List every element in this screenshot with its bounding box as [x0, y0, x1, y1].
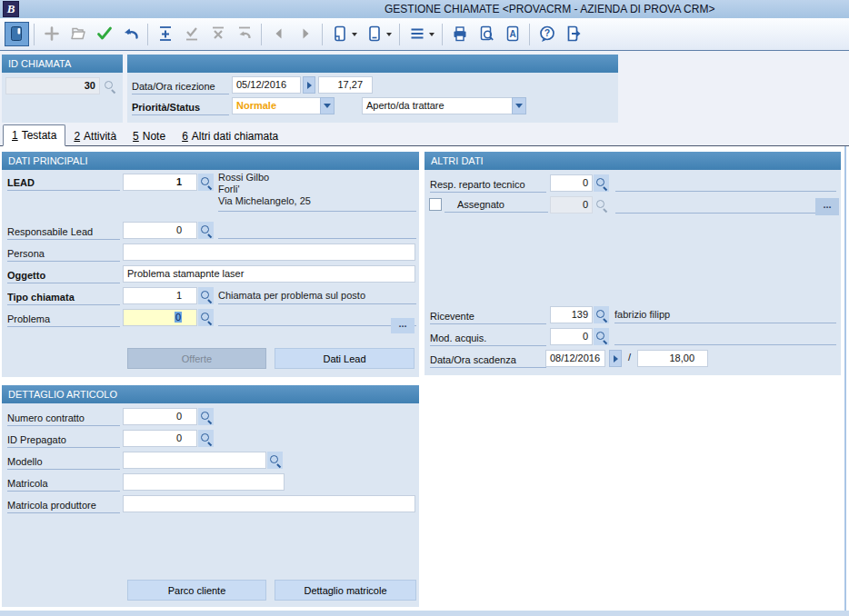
tab-attivita[interactable]: 2Attività	[65, 127, 125, 145]
ora-scadenza-field[interactable]: 18,00	[637, 350, 708, 367]
confirm-record-button[interactable]	[92, 22, 116, 46]
numero-contratto-field[interactable]: 0	[123, 408, 197, 425]
mod-acquis-field[interactable]: 0	[550, 328, 593, 345]
status-select[interactable]: Aperto/da trattare	[362, 97, 513, 114]
ricezione-panel: Data/Ora ricezione 05/12/2016 17,27 Prio…	[127, 55, 618, 123]
tab-accesskey: 6	[182, 130, 188, 143]
form-view-button[interactable]	[5, 22, 29, 46]
tab-note[interactable]: 5Note	[125, 127, 174, 145]
menu-button[interactable]	[405, 22, 437, 46]
problema-lookup-button[interactable]	[198, 309, 214, 326]
right-triangle-icon	[307, 82, 312, 89]
responsabile-lead-lookup-button[interactable]	[198, 222, 214, 239]
matricola-produttore-label: Matricola produttore	[7, 497, 120, 513]
toolbar-separator	[442, 24, 443, 45]
ora-ricezione-field[interactable]: 17,27	[318, 76, 373, 94]
assegnato-lookup-button	[594, 196, 609, 214]
magnifier-icon	[200, 312, 212, 323]
ricezione-header	[127, 55, 618, 73]
toolbar-separator	[261, 24, 262, 45]
next-record-button[interactable]	[293, 22, 317, 46]
assegnato-field: 0	[550, 196, 593, 214]
assegnato-more-button[interactable]: ...	[815, 198, 839, 215]
tipo-chiamata-description: Chiamata per problema sul posto	[218, 287, 416, 304]
ricevente-lookup-button[interactable]	[594, 306, 609, 323]
magnifier-icon	[595, 309, 607, 321]
tipo-chiamata-lookup-button[interactable]	[198, 287, 214, 304]
id-chiamata-lookup-button[interactable]	[102, 77, 117, 94]
row-cancel-button[interactable]	[205, 22, 230, 46]
data-ricezione-field[interactable]: 05/12/2016	[232, 76, 301, 94]
modello-field[interactable]	[123, 452, 266, 469]
prev-record-button[interactable]	[266, 22, 291, 46]
export-document-icon	[331, 25, 349, 45]
persona-field[interactable]	[123, 243, 415, 261]
open-record-button[interactable]	[65, 22, 90, 46]
priorita-dropdown-button[interactable]	[320, 97, 335, 114]
id-prepagato-field[interactable]: 0	[123, 430, 197, 447]
responsabile-lead-description	[218, 222, 416, 239]
problema-field[interactable]: 0	[123, 309, 197, 326]
id-prepagato-lookup-button[interactable]	[198, 430, 214, 447]
tab-testata[interactable]: 1Testata	[3, 124, 65, 146]
add-record-button[interactable]	[39, 22, 64, 46]
tab-label: Note	[143, 130, 165, 143]
toolbar-separator	[322, 24, 323, 45]
resp-reparto-tecnico-lookup-button[interactable]	[594, 174, 609, 192]
dati-lead-button[interactable]: Dati Lead	[275, 348, 415, 369]
priorita-select[interactable]: Normale	[232, 97, 321, 114]
print-preview-button[interactable]	[474, 22, 498, 46]
row-add-button[interactable]	[153, 22, 177, 46]
header-area: ID CHIAMATA 30 Data/Ora ricezione 05/12/…	[0, 51, 849, 146]
id-chiamata-field[interactable]: 30	[5, 77, 100, 94]
date-time-separator: /	[628, 352, 631, 363]
titlebar: B GESTIONE CHIAMATE <PROVACRM - AZIENDA …	[0, 0, 849, 18]
undo-arrow-icon	[122, 25, 140, 45]
tipo-chiamata-field[interactable]: 1	[123, 287, 197, 304]
tab-altri-dati-chiamata[interactable]: 6Altri dati chiamata	[174, 127, 286, 145]
date-picker-button[interactable]	[303, 76, 315, 94]
problema-more-button[interactable]: ...	[391, 318, 415, 333]
mod-acquis-lookup-button[interactable]	[594, 328, 609, 345]
matricola-produttore-field[interactable]	[123, 495, 415, 512]
data-ora-scadenza-label: Data/Ora scadenza	[430, 352, 546, 368]
numero-contratto-lookup-button[interactable]	[198, 408, 214, 425]
new-document-button[interactable]	[362, 22, 395, 46]
lead-name: Rossi Gilbo	[218, 172, 416, 184]
resp-reparto-tecnico-field[interactable]: 0	[550, 174, 593, 192]
row-confirm-button[interactable]	[179, 22, 204, 46]
status-dropdown-button[interactable]	[512, 97, 526, 114]
assegnato-checkbox[interactable]	[429, 198, 442, 211]
svg-text:A: A	[509, 29, 515, 39]
matricola-field[interactable]	[123, 473, 285, 491]
row-cancel-icon	[209, 25, 227, 45]
undo-record-button[interactable]	[118, 22, 143, 46]
responsabile-lead-field[interactable]: 0	[123, 222, 197, 239]
lead-field[interactable]: 1	[123, 174, 197, 191]
parco-cliente-button[interactable]: Parco cliente	[127, 580, 266, 601]
modello-lookup-button[interactable]	[267, 452, 283, 469]
ricevente-label: Ricevente	[430, 308, 546, 324]
data-scadenza-field[interactable]: 08/12/2016	[545, 350, 605, 367]
dati-principali-panel: DATI PRINCIPALI LEAD 1 Rossi Gilbo Forli…	[2, 152, 419, 377]
problema-description	[218, 309, 416, 326]
resp-reparto-tecnico-label: Resp. reparto tecnico	[430, 176, 546, 193]
id-chiamata-panel: ID CHIAMATA 30	[2, 55, 123, 123]
dropdown-caret-icon	[386, 33, 392, 36]
offerte-button: Offerte	[127, 348, 266, 369]
row-undo-button[interactable]	[232, 22, 256, 46]
dettaglio-matricole-button[interactable]: Dettaglio matricole	[275, 580, 416, 601]
help-icon: ?	[538, 25, 556, 45]
app-logo-icon[interactable]: B	[3, 1, 19, 17]
help-button[interactable]: ?	[534, 22, 559, 46]
lead-lookup-button[interactable]	[198, 174, 214, 191]
oggetto-field[interactable]: Problema stamapnte laser	[123, 265, 415, 283]
print-button[interactable]	[447, 22, 472, 46]
pdf-export-button[interactable]: A	[500, 22, 524, 46]
ricevente-field[interactable]: 139	[550, 306, 593, 323]
tab-label: Testata	[22, 129, 57, 142]
exit-button[interactable]	[561, 22, 585, 46]
problema-label: Problema	[7, 311, 120, 327]
scadenza-date-picker-button[interactable]	[609, 350, 622, 367]
export-document-button[interactable]	[327, 22, 360, 46]
